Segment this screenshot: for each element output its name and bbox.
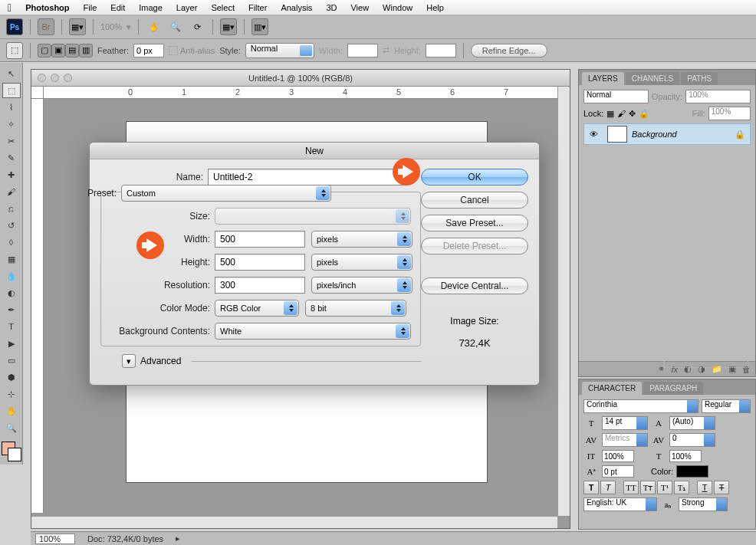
menu-view[interactable]: View: [350, 3, 369, 12]
menu-edit[interactable]: Edit: [110, 3, 125, 12]
tab-character[interactable]: CHARACTER: [582, 382, 642, 395]
horizontal-ruler[interactable]: 0 1 2 3 4 5 6 7: [44, 87, 570, 99]
baseline-input[interactable]: [602, 465, 634, 478]
layer-visibility-icon[interactable]: 👁: [584, 130, 603, 139]
ok-button[interactable]: OK: [421, 169, 528, 185]
app-name[interactable]: Photoshop: [25, 3, 69, 12]
menu-analysis[interactable]: Analysis: [281, 3, 312, 12]
language-select[interactable]: English: UK: [583, 497, 657, 511]
lock-all-icon[interactable]: 🔒: [639, 109, 649, 119]
cancel-button[interactable]: Cancel: [421, 192, 528, 208]
lasso-tool[interactable]: ⌇: [2, 100, 21, 115]
zoom-tool[interactable]: 🔍: [2, 420, 21, 435]
allcaps-button[interactable]: TT: [623, 481, 639, 494]
bg-contents-select[interactable]: White: [215, 323, 411, 340]
resolution-input[interactable]: [215, 277, 305, 294]
crop-tool[interactable]: ✂: [2, 133, 21, 149]
marquee-mode-buttons[interactable]: ▢ ▣ ▤ ▥: [38, 44, 93, 57]
3d-tool[interactable]: ⬢: [2, 369, 21, 385]
new-layer-icon[interactable]: ▣: [728, 364, 736, 374]
arrange-docs-button[interactable]: ▥▾: [251, 18, 268, 35]
ps-logo-icon[interactable]: Ps: [6, 18, 23, 35]
layer-fx-icon[interactable]: fx: [671, 365, 678, 374]
blur-tool[interactable]: 💧: [2, 268, 21, 284]
zoom-level[interactable]: 100%: [100, 22, 122, 31]
adjustment-layer-icon[interactable]: ◑: [698, 364, 705, 374]
color-mode-select[interactable]: RGB Color: [215, 300, 299, 317]
menu-window[interactable]: Window: [383, 3, 413, 12]
style-select[interactable]: Normal: [245, 43, 314, 58]
link-layers-icon[interactable]: ⚭: [658, 364, 665, 374]
menu-image[interactable]: Image: [139, 3, 163, 12]
tab-layers[interactable]: LAYERS: [582, 72, 624, 85]
device-central-button[interactable]: Device Central...: [421, 277, 528, 294]
layer-mask-icon[interactable]: ◐: [684, 364, 692, 374]
advanced-disclosure[interactable]: ▾: [122, 354, 136, 368]
view-arrange-button[interactable]: ▦▾: [69, 18, 86, 35]
dodge-tool[interactable]: ◐: [2, 285, 21, 300]
kerning-input[interactable]: Metrics: [602, 433, 648, 447]
menu-select[interactable]: Select: [211, 3, 235, 12]
font-family-select[interactable]: Corinthia: [583, 399, 698, 413]
text-color-swatch[interactable]: [676, 465, 708, 478]
font-size-input[interactable]: 14 pt: [602, 416, 648, 430]
layer-group-icon[interactable]: 📁: [712, 364, 722, 374]
layer-thumbnail[interactable]: [607, 126, 627, 143]
layer-row[interactable]: 👁 Background 🔒: [583, 123, 751, 145]
screen-mode-button[interactable]: ▦▾: [220, 18, 237, 35]
blend-mode-select[interactable]: Normal: [583, 90, 649, 103]
bridge-button[interactable]: Br: [38, 18, 54, 35]
type-tool[interactable]: T: [2, 319, 21, 334]
path-select-tool[interactable]: ▶: [2, 336, 21, 351]
stamp-tool[interactable]: ⎌: [2, 201, 21, 216]
magic-wand-tool[interactable]: ✧: [2, 117, 21, 132]
smallcaps-button[interactable]: Tᴛ: [640, 481, 656, 494]
strikethrough-button[interactable]: T: [714, 481, 729, 494]
color-swatches[interactable]: [2, 442, 21, 461]
vertical-scrollbar[interactable]: [557, 87, 570, 516]
vscale-input[interactable]: [602, 450, 634, 462]
preset-select[interactable]: Custom: [121, 185, 331, 202]
3d-camera-tool[interactable]: ⊹: [2, 386, 21, 402]
tab-channels[interactable]: CHANNELS: [626, 72, 679, 85]
leading-input[interactable]: (Auto): [669, 416, 715, 430]
superscript-button[interactable]: T¹: [657, 481, 672, 494]
menu-filter[interactable]: Filter: [248, 3, 267, 12]
shape-tool[interactable]: ▭: [2, 353, 21, 368]
document-titlebar[interactable]: Untitled-1 @ 100% (RGB/8): [31, 70, 570, 87]
gradient-tool[interactable]: ▦: [2, 251, 21, 267]
zoom-tool-icon[interactable]: 🔍: [167, 18, 184, 35]
vertical-ruler[interactable]: [31, 99, 44, 513]
history-brush-tool[interactable]: ↺: [2, 218, 21, 233]
antialias-select[interactable]: Strong: [679, 497, 728, 511]
bold-button[interactable]: T: [583, 481, 599, 494]
subscript-button[interactable]: T₁: [674, 481, 689, 494]
eyedropper-tool[interactable]: ✎: [2, 150, 21, 166]
font-style-select[interactable]: Regular: [702, 399, 751, 413]
tab-paths[interactable]: PATHS: [681, 72, 718, 85]
menu-3d[interactable]: 3D: [326, 3, 337, 12]
horizontal-scrollbar[interactable]: [31, 516, 557, 528]
menu-help[interactable]: Help: [426, 3, 444, 12]
tracking-input[interactable]: 0: [669, 433, 715, 447]
feather-input[interactable]: [133, 44, 164, 57]
name-input[interactable]: [208, 169, 404, 185]
lock-pixels-icon[interactable]: 🖌: [617, 109, 626, 118]
pan-tool-icon[interactable]: ✋: [146, 18, 163, 35]
italic-button[interactable]: T: [600, 481, 616, 494]
menu-layer[interactable]: Layer: [176, 3, 198, 12]
window-traffic-lights[interactable]: [38, 74, 72, 82]
resolution-unit-select[interactable]: pixels/inch: [311, 277, 413, 294]
tab-paragraph[interactable]: PARAGRAPH: [643, 382, 703, 395]
status-doc-size[interactable]: Doc: 732,4K/0 bytes: [87, 534, 163, 543]
bit-depth-select[interactable]: 8 bit: [305, 300, 406, 317]
save-preset-button[interactable]: Save Preset...: [421, 215, 528, 231]
move-tool[interactable]: ↖: [2, 66, 21, 81]
healing-tool[interactable]: ✚: [2, 167, 21, 182]
ruler-origin[interactable]: [31, 87, 44, 99]
lock-position-icon[interactable]: ✥: [629, 109, 636, 119]
width-unit-select[interactable]: pixels: [311, 231, 413, 248]
hand-tool[interactable]: ✋: [2, 403, 21, 419]
dlg-height-input[interactable]: [215, 254, 305, 271]
status-zoom[interactable]: 100%: [35, 534, 75, 544]
